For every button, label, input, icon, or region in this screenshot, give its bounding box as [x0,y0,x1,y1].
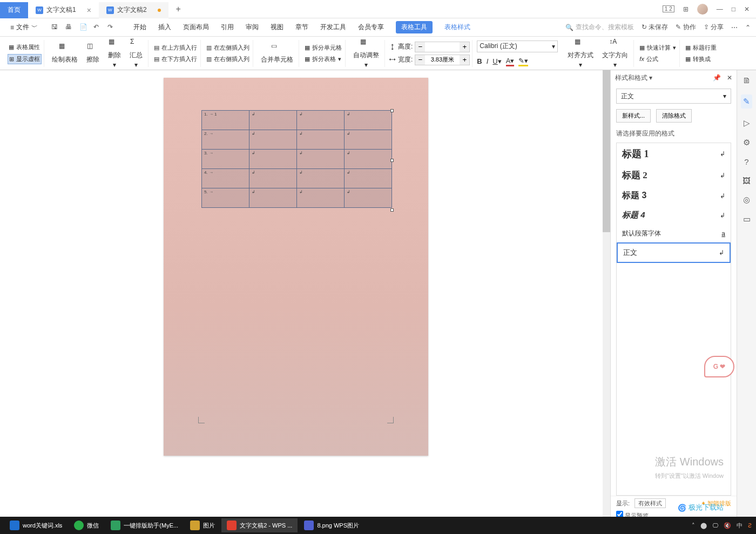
split-cell-button[interactable]: ▦ 拆分单元格 [303,43,343,52]
insert-col-left[interactable]: ▥ 在左侧插入列 [205,43,251,52]
target-icon[interactable]: ◎ [743,195,750,205]
close-icon[interactable]: × [87,6,91,15]
insert-row-above[interactable]: ▤ 在上方插入行 [153,43,198,52]
clear-format-button[interactable]: 清除格式 [656,109,692,123]
tab-review[interactable]: 审阅 [246,22,259,33]
style-body[interactable]: 正文↲ [617,242,731,263]
doc-tab-1[interactable]: W 文字文稿1 × [28,2,99,18]
print-icon[interactable]: 🖶 [65,23,74,32]
selection-handle[interactable] [390,159,394,162]
tab-chapter[interactable]: 章节 [295,22,308,33]
eraser-button[interactable]: ◫擦除 [83,41,103,65]
tray-up-icon[interactable]: ˄ [692,522,695,529]
taskbar-typeset[interactable]: 一键排版助手(MyE... [105,518,184,532]
unsaved-button[interactable]: ↻ 未保存 [642,23,668,32]
clip-icon[interactable]: 🗎 [742,76,751,85]
text-direction-button[interactable]: ↕A文字方向▾ [599,37,631,70]
align-button[interactable]: ▦对齐方式▾ [564,37,597,70]
increase-width[interactable]: + [460,55,469,65]
tray-sogou-icon[interactable]: Ƨ [748,522,752,529]
table-props-button[interactable]: ▦ 表格属性 [8,43,42,52]
new-tab-button[interactable]: + [168,4,188,14]
select-icon[interactable]: ▷ [744,118,750,128]
style-heading-4[interactable]: 标题 4↲ [617,206,731,225]
command-search[interactable]: 🔍 查找命令、搜索模板 [565,23,634,32]
new-style-button[interactable]: 新样式... [616,109,651,123]
redo-icon[interactable]: ↷ [107,23,116,32]
delete-button[interactable]: ▦删除▾ [105,37,124,70]
share-button[interactable]: ⇪ 分享 [704,23,724,32]
apps-icon[interactable]: ⊞ [683,5,688,13]
taskbar-wps[interactable]: 文字文稿2 - WPS ... [221,518,298,532]
tab-dev[interactable]: 开发工具 [320,22,346,33]
decrease-height[interactable]: − [415,42,425,52]
taskbar-image-viewer[interactable]: 8.png WPS图片 [299,518,364,532]
minimize-button[interactable]: — [717,5,723,13]
tab-reference[interactable]: 引用 [221,22,234,33]
help-icon[interactable]: ? [744,157,748,166]
document-table[interactable]: 1. → 1↲↲↲ 2. → ↲↲↲ 3. → ↲↲↲ 4. → ↲↲↲ 5. … [201,110,392,208]
style-default-font[interactable]: 默认段落字体a [617,225,731,242]
taskbar-wechat[interactable]: 微信 [69,518,104,532]
tray-volume-icon[interactable]: 🔇 [724,522,731,529]
insert-row-below[interactable]: ▤ 在下方插入行 [153,55,198,64]
style-heading-2[interactable]: 标题 2↲ [617,165,731,186]
current-style-select[interactable]: 正文▾ [616,89,731,104]
preview-icon[interactable]: 📄 [79,23,88,32]
tab-table-tool[interactable]: 表格工具 [396,21,433,33]
draw-table-button[interactable]: ▦绘制表格 [49,41,81,65]
coop-button[interactable]: ✎ 协作 [676,23,696,32]
convert-button[interactable]: ▦ 转换成 [684,55,718,64]
home-tab[interactable]: 首页 [0,2,28,18]
width-input[interactable] [425,57,460,63]
file-menu[interactable]: ≡ 文件 ﹀ [5,21,43,34]
summary-button[interactable]: Σ汇总▾ [126,37,146,70]
height-input[interactable] [425,44,460,50]
highlight-button[interactable]: ✎▾ [518,57,528,66]
merge-cells-button[interactable]: ▭合并单元格 [258,41,296,65]
selection-handle[interactable] [390,109,394,112]
brush-icon[interactable]: ✎ [741,94,752,109]
underline-button[interactable]: U▾ [492,57,501,65]
tray-network-icon[interactable]: ⬤ [700,522,707,529]
italic-button[interactable]: I [487,57,489,65]
table-cell[interactable]: 1. → 1 [202,111,249,130]
tab-table-style[interactable]: 表格样式 [444,22,470,33]
image-tool-icon[interactable]: 🖼 [742,176,751,185]
table-cell[interactable]: 2. → [202,130,249,150]
auto-adjust-button[interactable]: ▦自动调整▾ [350,37,382,70]
window-icon[interactable]: ▭ [743,214,751,224]
table-cell[interactable]: 3. → [202,150,249,169]
taskbar-excel[interactable]: word关键词.xls [4,518,68,532]
undo-icon[interactable]: ↶ [93,23,102,32]
formula-button[interactable]: fx 公式 [638,55,677,64]
insert-col-right[interactable]: ▥ 在右侧插入列 [205,55,251,64]
tab-view[interactable]: 视图 [271,22,284,33]
tab-insert[interactable]: 插入 [158,22,171,33]
header-repeat-button[interactable]: ▦ 标题行重 [684,43,718,52]
user-avatar[interactable] [697,4,708,15]
tray-display-icon[interactable]: 🖵 [712,522,718,529]
vertical-scrollbar[interactable] [603,70,610,523]
tray-ime[interactable]: 中 [737,522,742,530]
tab-layout[interactable]: 页面布局 [183,22,209,33]
height-stepper[interactable]: − + [415,42,470,52]
table-cell[interactable]: 4. → [202,169,249,188]
table-cell[interactable]: 5. → [202,188,249,208]
floating-assistant-badge[interactable]: G ❤ [704,356,734,377]
pin-icon[interactable]: 📌 [713,74,721,82]
tab-start[interactable]: 开始 [133,22,146,33]
scrollbar-thumb[interactable] [603,70,610,232]
selection-handle[interactable] [390,208,394,212]
style-heading-3[interactable]: 标题 3↲ [617,186,731,206]
settings-icon[interactable]: ⚙ [743,138,750,147]
style-heading-1[interactable]: 标题 1↲ [617,143,731,165]
maximize-button[interactable]: □ [732,5,735,13]
increase-height[interactable]: + [460,42,469,52]
bold-button[interactable]: B [477,57,482,65]
width-stepper[interactable]: − + [415,55,470,65]
taskbar-pictures[interactable]: 图片 [185,518,220,532]
mode-icon[interactable]: 1 2 [663,5,674,12]
collapse-ribbon-icon[interactable]: ⌃ [745,24,751,31]
show-frame-button[interactable]: ⊞ 显示虚框 [8,54,42,64]
